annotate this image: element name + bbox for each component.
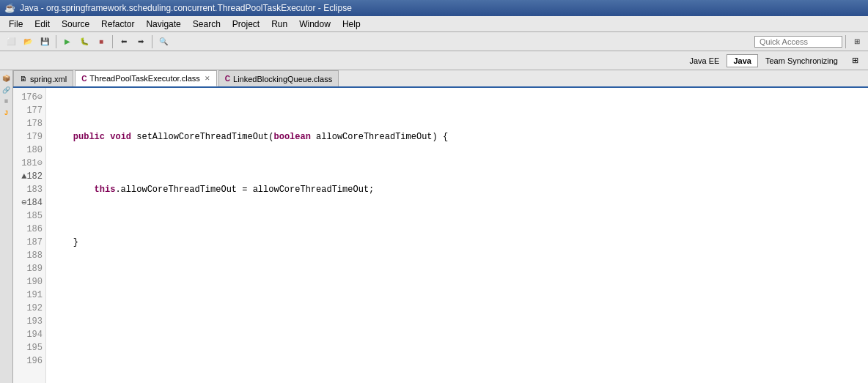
menu-edit[interactable]: Edit (29, 18, 56, 31)
ln-181: 181⊖ (13, 157, 43, 170)
ln-182: ▲182 (13, 170, 43, 183)
code-line-179 (52, 289, 862, 302)
code-text[interactable]: public void setAllowCoreThreadTimeOut(bo… (46, 88, 868, 383)
code-area: 176⊖ 177 178 179 180 181⊖ ▲182 183 ⊖184 … (13, 88, 868, 383)
tab-label-linked: LinkedBlockingQueue.class (233, 75, 332, 83)
perspective-open[interactable]: ⊞ (845, 53, 865, 67)
ln-187: 187 (13, 236, 43, 249)
new-btn[interactable]: ⬜ (3, 34, 19, 50)
tab-label-threadpool: ThreadPoolTaskExecutor.class (89, 74, 199, 83)
ln-180: 180 (13, 144, 43, 157)
ln-176: 176⊖ (13, 91, 43, 104)
ln-189: 189 (13, 262, 43, 275)
quick-access-input[interactable] (754, 36, 842, 48)
ln-179: 179 (13, 130, 43, 144)
stop-btn[interactable]: ■ (93, 34, 109, 50)
menu-window[interactable]: Window (293, 18, 336, 31)
perspective-toolbar: Java EE Java Team Synchronizing ⊞ (0, 51, 868, 70)
search-btn[interactable]: 🔍 (155, 34, 172, 50)
java-icon: ☕ (4, 3, 15, 13)
code-line-177: this.allowCoreThreadTimeOut = allowCoreT… (52, 183, 862, 196)
ln-192: 192 (13, 302, 43, 315)
code-line-178: } (52, 236, 862, 249)
sep3 (152, 35, 152, 48)
sep1 (56, 35, 56, 48)
ln-188: 188 (13, 249, 43, 262)
menu-bar: File Edit Source Refactor Navigate Searc… (0, 16, 868, 32)
ln-185: 185 (13, 209, 43, 223)
ln-194: 194 (13, 328, 43, 341)
outline-icon[interactable]: ≡ (1, 97, 12, 107)
open-btn[interactable]: 📂 (20, 34, 36, 50)
tab-icon-threadpool: C (81, 75, 87, 83)
menu-project[interactable]: Project (227, 18, 265, 31)
ln-183: 183 (13, 183, 43, 196)
hierarchy-icon[interactable]: 🔗 (1, 85, 12, 95)
main-area: 📦 🔗 ≡ J 🗎 spring.xml C ThreadPoolTaskExe… (0, 70, 868, 383)
editor: 🗎 spring.xml C ThreadPoolTaskExecutor.cl… (13, 70, 868, 383)
menu-navigate[interactable]: Navigate (140, 18, 186, 31)
package-icon[interactable]: 📦 (1, 73, 12, 83)
perspective-btn1[interactable]: ⊞ (849, 34, 865, 50)
menu-file[interactable]: File (3, 18, 29, 31)
ln-193: 193 (13, 315, 43, 328)
back-btn[interactable]: ⬅ (116, 34, 132, 50)
ln-195: 195 (13, 341, 43, 354)
tab-icon-spring: 🗎 (20, 75, 27, 83)
line-numbers: 176⊖ 177 178 179 180 181⊖ ▲182 183 ⊖184 … (13, 88, 46, 383)
title-text: Java - org.springframework.scheduling.co… (20, 3, 352, 13)
tab-threadpool[interactable]: C ThreadPoolTaskExecutor.class ✕ (75, 70, 217, 86)
perspective-team-sync[interactable]: Team Synchronizing (759, 54, 845, 67)
sep4 (845, 35, 846, 48)
run-btn[interactable]: ▶ (59, 34, 76, 50)
tab-icon-linked: C (225, 75, 230, 83)
toolbar: ⬜ 📂 💾 ▶ 🐛 ■ ⬅ ➡ 🔍 ⊞ (0, 32, 868, 51)
ln-186: 186 (13, 223, 43, 236)
ln-184: ⊖184 (13, 196, 43, 209)
tab-bar: 🗎 spring.xml C ThreadPoolTaskExecutor.cl… (13, 70, 868, 88)
tab-label-spring: spring.xml (30, 75, 67, 83)
debug-btn[interactable]: 🐛 (76, 34, 92, 50)
ln-178: 178 (13, 117, 43, 130)
tab-linkedblocking[interactable]: C LinkedBlockingQueue.class (218, 70, 339, 86)
perspective-javaee[interactable]: Java EE (683, 54, 726, 67)
tab-close-threadpool[interactable]: ✕ (205, 75, 210, 82)
menu-refactor[interactable]: Refactor (95, 18, 140, 31)
save-btn[interactable]: 💾 (37, 34, 53, 50)
ln-191: 191 (13, 289, 43, 302)
ln-177: 177 (13, 104, 43, 117)
menu-help[interactable]: Help (336, 18, 367, 31)
menu-run[interactable]: Run (265, 18, 293, 31)
code-line-176: public void setAllowCoreThreadTimeOut(bo… (52, 130, 862, 144)
sep2 (112, 35, 113, 48)
menu-search[interactable]: Search (187, 18, 227, 31)
ln-190: 190 (13, 275, 43, 289)
tab-spring-xml[interactable]: 🗎 spring.xml (13, 70, 73, 86)
code-line-180 (52, 341, 862, 354)
java-icon-side[interactable]: J (1, 108, 12, 119)
left-panel-icons: 📦 🔗 ≡ J (0, 70, 13, 383)
ln-196: 196 (13, 354, 43, 368)
menu-source[interactable]: Source (56, 18, 95, 31)
perspective-java[interactable]: Java (727, 54, 757, 67)
title-bar: ☕ Java - org.springframework.scheduling.… (0, 0, 868, 16)
quick-access-area (754, 36, 842, 48)
forward-btn[interactable]: ➡ (133, 34, 149, 50)
